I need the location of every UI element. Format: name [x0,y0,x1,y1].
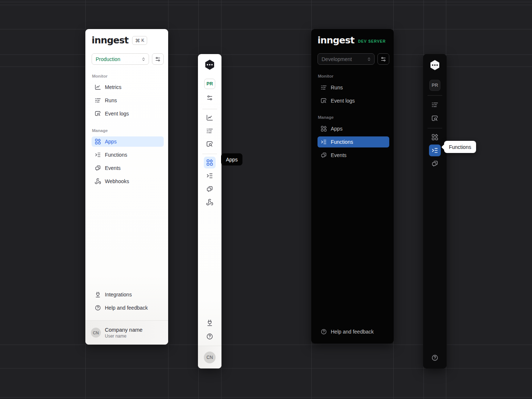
sliders-icon [206,95,213,101]
events-icon [320,152,327,158]
avatar: CN [91,328,101,338]
rail-item-help[interactable] [429,352,441,364]
account-section[interactable]: CN [198,346,221,368]
env-filter-button[interactable] [152,53,164,65]
sidebar-header: inngest DEV SERVER [311,29,394,45]
sidebar-item-webhooks[interactable]: Webhooks [92,176,164,186]
sidebar-item-integrations[interactable]: Integrations [92,289,164,300]
item-label: Event logs [105,111,129,117]
section-label-manage: Manage [92,128,164,136]
rail-item-metrics[interactable] [204,112,216,124]
rail-divider [428,95,442,96]
sidebar-item-help[interactable]: Help and feedback [318,326,389,337]
metrics-icon [206,114,213,121]
environment-select[interactable]: Development [318,53,375,65]
event-logs-icon [320,97,327,104]
rail-item-event-logs[interactable] [429,113,441,124]
item-label: Functions [331,139,353,145]
shortcut-key: K [141,38,144,43]
item-label: Events [105,165,121,171]
rail-item-functions[interactable] [429,145,441,156]
sidebar-item-functions[interactable]: Functions [318,136,389,147]
rail-divider [202,154,217,154]
chevrons-up-down-icon [141,57,146,62]
section-label-monitor: Monitor [92,74,164,82]
rail-item-apps[interactable] [204,157,216,168]
item-label: Runs [331,85,343,90]
apps-icon [206,159,213,166]
sidebar-item-events[interactable]: Events [92,163,164,173]
functions-icon [431,147,439,154]
inngest-hexagon-logo[interactable] [204,59,216,71]
sidebar-item-metrics[interactable]: Metrics [92,82,164,92]
user-name: User name [105,334,142,339]
environment-select[interactable]: Production [92,53,149,65]
rail-item-runs[interactable] [204,125,216,137]
sidebar-item-runs[interactable]: Runs [92,95,164,106]
environment-value: Production [96,56,120,62]
runs-icon [206,127,213,135]
sidebar-item-events[interactable]: Events [318,150,389,161]
sidebar-item-event-logs[interactable]: Event logs [92,108,164,119]
company-name: Company name [105,327,142,333]
item-label: Apps [331,126,343,132]
sidebar-item-event-logs[interactable]: Event logs [318,95,389,106]
apps-icon [320,125,327,132]
rail-item-runs[interactable] [429,99,441,111]
inngest-logo: inngest [318,36,354,45]
sidebar-dark-collapsed: PR [423,54,447,368]
runs-icon [431,101,439,108]
webhook-icon [95,178,101,185]
environment-value: Development [322,56,352,62]
section-label-manage: Manage [318,115,389,123]
rail-item-webhooks[interactable] [204,196,216,208]
functions-icon [95,152,101,158]
integrations-plug-icon [206,319,213,327]
metrics-icon [95,84,101,90]
sidebar-item-help[interactable]: Help and feedback [92,303,164,313]
env-filter-button[interactable] [204,92,216,104]
rail-item-functions[interactable] [204,170,216,182]
item-label: Webhooks [105,178,129,184]
functions-icon [206,172,213,179]
sidebar-item-functions[interactable]: Functions [92,150,164,160]
rail-item-events[interactable] [429,158,441,170]
item-label: Functions [105,152,127,158]
tooltip-functions: Functions [444,141,476,153]
item-label: Integrations [105,292,132,298]
sidebar-item-apps[interactable]: Apps [92,136,164,147]
sidebar-item-runs[interactable]: Runs [318,82,389,93]
apps-icon [95,138,101,145]
events-icon [206,185,213,193]
item-label: Event logs [331,98,355,104]
account-section[interactable]: CN Company name User name [85,321,168,345]
webhook-icon [206,199,213,206]
sliders-icon [155,56,161,62]
item-label: Runs [105,97,117,103]
environment-badge[interactable]: PR [429,80,440,91]
apps-icon [431,133,439,141]
chevrons-up-down-icon [366,57,372,62]
rail-item-integrations[interactable] [204,317,216,329]
dev-server-badge: DEV SERVER [358,39,386,43]
rail-item-event-logs[interactable] [204,138,216,150]
environment-badge[interactable]: PR [204,79,215,89]
item-label: Help and feedback [105,305,148,311]
item-label: Events [331,152,347,158]
rail-item-events[interactable] [204,183,216,195]
rail-item-help[interactable] [204,331,216,342]
item-label: Help and feedback [331,329,374,335]
event-logs-icon [206,140,213,148]
sidebar-item-apps[interactable]: Apps [318,123,389,134]
rail-divider [428,128,442,128]
sidebar-header: inngest ⌘K [85,29,168,45]
env-filter-button[interactable] [377,53,389,65]
help-icon [206,333,213,340]
item-label: Metrics [105,84,121,90]
avatar: CN [204,352,216,363]
sliders-icon [380,56,386,62]
inngest-hexagon-logo[interactable] [429,59,441,71]
design-canvas: inngest ⌘K Production Monitor Metrics Ru… [0,0,532,399]
tooltip-label: Functions [449,144,471,150]
rail-item-apps[interactable] [429,131,441,143]
